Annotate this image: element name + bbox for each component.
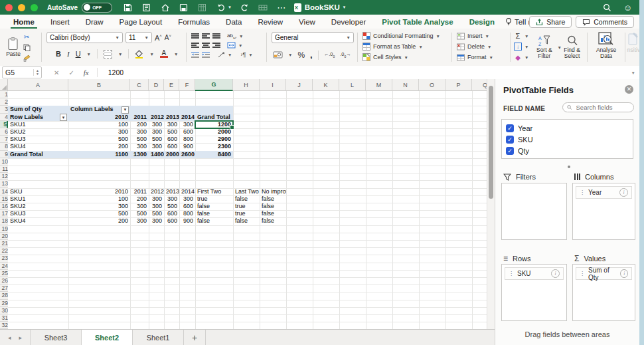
copy-icon[interactable] xyxy=(23,43,31,51)
decrease-font-icon[interactable]: A˅ xyxy=(165,34,171,41)
column-header-N[interactable]: N xyxy=(392,79,419,91)
row-header-9[interactable]: 9 xyxy=(0,151,8,158)
sheet-tab-sheet1[interactable]: Sheet1 xyxy=(133,330,184,345)
save-icon[interactable] xyxy=(123,3,133,13)
cell-D5[interactable]: 300 xyxy=(149,121,164,128)
column-header-H[interactable]: H xyxy=(233,79,260,91)
rows-area-box[interactable]: ⋮SKUi xyxy=(501,264,567,321)
autosum-chevron-icon[interactable]: ▼ xyxy=(524,34,528,39)
row-header-16[interactable]: 16 xyxy=(0,203,8,210)
orientation-chevron-icon[interactable]: ▼ xyxy=(228,53,232,57)
fill-chevron-icon[interactable]: ▼ xyxy=(524,45,528,49)
cell-D18[interactable]: 300 xyxy=(149,217,164,225)
add-sheet-button[interactable]: + xyxy=(184,330,206,345)
row-header-13[interactable]: 13 xyxy=(0,180,8,187)
redo-icon[interactable] xyxy=(240,3,250,13)
cell-A18[interactable]: SKU4 xyxy=(8,217,68,225)
doc-title-chevron-icon[interactable]: ▾ xyxy=(343,5,346,10)
find-select-button[interactable]: Find & Select xyxy=(560,31,584,62)
cell-H18[interactable]: false xyxy=(233,217,260,225)
row-header-22[interactable]: 22 xyxy=(0,247,8,255)
cell-C8[interactable]: 300 xyxy=(130,143,149,150)
align-bottom-icon[interactable] xyxy=(212,32,220,39)
cell-A3[interactable]: Sum of Qty xyxy=(8,106,68,113)
cell-G9[interactable]: 8400 xyxy=(195,151,233,158)
cell-F17[interactable]: 800 xyxy=(179,210,195,217)
row-header-15[interactable]: 15 xyxy=(0,195,8,203)
cell-G14[interactable]: First Two xyxy=(195,188,233,195)
cell-E15[interactable]: 300 xyxy=(164,195,179,203)
cell-A6[interactable]: SKU2 xyxy=(8,128,68,136)
column-header-O[interactable]: O xyxy=(419,79,445,91)
chip-info-icon[interactable]: i xyxy=(620,269,628,278)
cell-styles-button[interactable]: Cell Styles ▼ xyxy=(362,53,449,62)
checkbox-qty[interactable]: ✓ xyxy=(506,147,514,155)
cell-G18[interactable]: false xyxy=(195,217,233,225)
drag-grip-icon[interactable]: ⋮ xyxy=(509,271,514,277)
cell-B4[interactable]: 2010 xyxy=(68,114,130,121)
home-icon[interactable] xyxy=(160,3,170,13)
close-window-icon[interactable] xyxy=(5,4,13,11)
column-header-E[interactable]: E xyxy=(164,79,179,91)
cell-E16[interactable]: 500 xyxy=(164,203,179,210)
insert-cells-button[interactable]: Insert ▼ xyxy=(457,31,507,41)
row-header-26[interactable]: 26 xyxy=(0,277,8,285)
row-header-10[interactable]: 10 xyxy=(0,158,8,166)
column-header-B[interactable]: B xyxy=(68,79,130,91)
cell-H15[interactable]: false xyxy=(233,195,260,203)
cell-G15[interactable]: true xyxy=(195,195,233,203)
scrollbar-thumb[interactable] xyxy=(489,86,493,199)
cell-A14[interactable]: SKU xyxy=(8,188,68,195)
confirm-entry-icon[interactable]: ✓ xyxy=(68,69,74,76)
next-sheet-icon[interactable]: ▸ xyxy=(19,334,23,341)
table-quick-icon[interactable] xyxy=(197,3,207,13)
cell-E17[interactable]: 600 xyxy=(164,210,179,217)
cell-F7[interactable]: 800 xyxy=(179,136,195,143)
tab-view[interactable]: View xyxy=(291,15,323,29)
field-item-sku[interactable]: ✓SKU xyxy=(506,134,629,145)
text-direction-icon[interactable]: ›¶ xyxy=(240,51,246,58)
column-header-F[interactable]: F xyxy=(179,79,195,91)
column-labels-filter-icon[interactable]: ▼ xyxy=(121,106,129,114)
cell-I14[interactable]: No improvements xyxy=(260,188,286,195)
cell-B15[interactable]: 100 xyxy=(68,195,130,203)
column-header-L[interactable]: L xyxy=(339,79,366,91)
font-color-icon[interactable]: A xyxy=(160,50,168,57)
cell-E4[interactable]: 2013 xyxy=(164,114,179,121)
name-box[interactable]: G5 ▲▼ xyxy=(2,66,42,78)
number-format-select[interactable]: General▼ xyxy=(272,32,354,43)
cell-H14[interactable]: Last Two xyxy=(233,188,260,195)
row-header-3[interactable]: 3 xyxy=(0,106,8,113)
percent-style-icon[interactable]: % xyxy=(297,51,305,60)
increase-font-icon[interactable]: A˄ xyxy=(155,34,162,42)
column-header-C[interactable]: C xyxy=(130,79,149,91)
selected-cell-outline[interactable] xyxy=(195,120,234,130)
worksheet-grid[interactable]: ABCDEFGHIJKLMNOPQRS123456789101112131415… xyxy=(0,79,487,329)
decrease-indent-icon[interactable] xyxy=(191,52,199,58)
row-header-21[interactable]: 21 xyxy=(0,240,8,247)
cells-quick-icon[interactable] xyxy=(258,3,268,13)
row-header-29[interactable]: 29 xyxy=(0,300,8,307)
row-header-32[interactable]: 32 xyxy=(0,322,8,329)
cell-E18[interactable]: 600 xyxy=(164,217,179,225)
font-name-select[interactable]: Calibri (Body)▼ xyxy=(46,32,123,43)
column-header-K[interactable]: K xyxy=(313,79,339,91)
cell-B16[interactable]: 300 xyxy=(68,203,130,210)
comma-style-icon[interactable]: , xyxy=(310,50,313,60)
column-header-Q[interactable]: Q xyxy=(472,79,487,91)
cell-I15[interactable]: false xyxy=(260,195,286,203)
cell-C18[interactable]: 300 xyxy=(130,217,149,225)
cell-I16[interactable]: false xyxy=(260,203,286,210)
cell-F18[interactable]: 900 xyxy=(179,217,195,225)
print-icon[interactable] xyxy=(141,3,151,13)
align-center-icon[interactable] xyxy=(202,41,210,49)
cell-B17[interactable]: 500 xyxy=(68,210,130,217)
conditional-formatting-button[interactable]: Conditional Formatting ▼ xyxy=(362,31,449,41)
share-button[interactable]: Share xyxy=(529,16,572,28)
filters-area-box[interactable] xyxy=(501,183,567,240)
fill-color-icon[interactable] xyxy=(135,50,143,58)
fill-down-icon[interactable]: ↓ xyxy=(514,43,522,51)
drag-grip-icon[interactable]: ⋮ xyxy=(580,271,585,277)
undo-menu-chevron-icon[interactable]: ▾ xyxy=(228,5,231,10)
cell-D16[interactable]: 300 xyxy=(149,203,164,210)
